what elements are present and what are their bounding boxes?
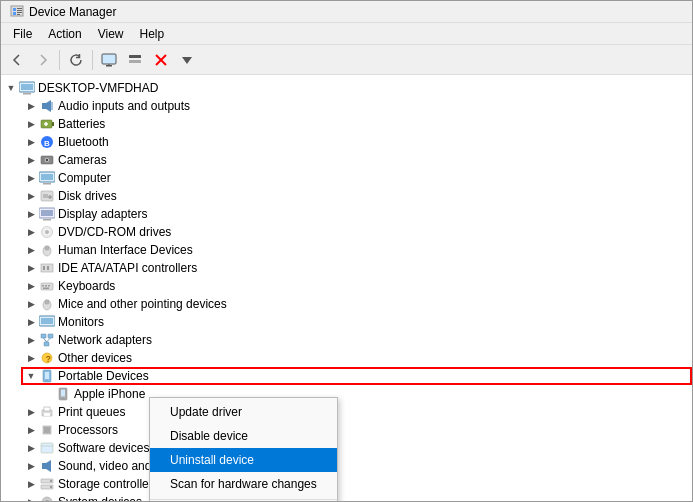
print-icon: [39, 404, 55, 420]
keyboards-icon: [39, 278, 55, 294]
toolbar-forward[interactable]: [31, 48, 55, 72]
iphone-icon: [55, 386, 71, 402]
ctx-uninstall-device[interactable]: Uninstall device: [150, 448, 337, 472]
tree-item-keyboards-label: Keyboards: [58, 279, 115, 293]
menu-action[interactable]: Action: [40, 25, 89, 43]
tree-root[interactable]: ▼ DESKTOP-VMFDHAD: [1, 79, 692, 97]
expand-print[interactable]: ▶: [23, 404, 39, 420]
expand-dvd[interactable]: ▶: [23, 224, 39, 240]
expand-system[interactable]: ▶: [23, 494, 39, 501]
expand-ide[interactable]: ▶: [23, 260, 39, 276]
svg-rect-72: [44, 407, 50, 411]
tree-item-hid[interactable]: ▶ Human Interface Devices: [21, 241, 692, 259]
expand-root[interactable]: ▼: [3, 80, 19, 96]
tree-item-software[interactable]: ▶ Software devices: [21, 439, 692, 457]
expand-cameras[interactable]: ▶: [23, 152, 39, 168]
expand-computer[interactable]: ▶: [23, 170, 39, 186]
software-icon: [39, 440, 55, 456]
svg-rect-69: [61, 390, 65, 397]
tree-item-system[interactable]: ▶ System devices: [21, 493, 692, 501]
svg-marker-14: [182, 57, 192, 64]
audio-icon: [39, 98, 55, 114]
other-icon: ?: [39, 350, 55, 366]
tree-item-cameras[interactable]: ▶ Cameras: [21, 151, 692, 169]
tree-item-sound[interactable]: ▶ Sound, video and...: [21, 457, 692, 475]
svg-rect-52: [43, 288, 49, 290]
tree-item-storage[interactable]: ▶ Storage controlle...: [21, 475, 692, 493]
ctx-disable-device[interactable]: Disable device: [150, 424, 337, 448]
svg-rect-18: [42, 103, 46, 109]
tree-item-computer[interactable]: ▶ Computer: [21, 169, 692, 187]
ctx-scan-hardware[interactable]: Scan for hardware changes: [150, 472, 337, 496]
tree-item-mice-label: Mice and other pointing devices: [58, 297, 227, 311]
expand-audio[interactable]: ▶: [23, 98, 39, 114]
bluetooth-icon: B: [39, 134, 55, 150]
computer-icon: [19, 80, 35, 96]
toolbar-back[interactable]: [5, 48, 29, 72]
svg-rect-22: [52, 122, 54, 126]
expand-monitors[interactable]: ▶: [23, 314, 39, 330]
tree-item-batteries[interactable]: ▶ Batteries: [21, 115, 692, 133]
tree-item-dvd-label: DVD/CD-ROM drives: [58, 225, 171, 239]
expand-display[interactable]: ▶: [23, 206, 39, 222]
expand-storage[interactable]: ▶: [23, 476, 39, 492]
svg-rect-10: [129, 55, 141, 58]
expand-hid[interactable]: ▶: [23, 242, 39, 258]
expand-software[interactable]: ▶: [23, 440, 39, 456]
svg-rect-57: [41, 318, 53, 324]
svg-rect-47: [47, 266, 49, 270]
tree-item-keyboards[interactable]: ▶ Keyboards: [21, 277, 692, 295]
svg-rect-38: [43, 219, 51, 221]
expand-bluetooth[interactable]: ▶: [23, 134, 39, 150]
tree-item-processors[interactable]: ▶ Processors: [21, 421, 692, 439]
tree-item-ide[interactable]: ▶ IDE ATA/ATAPI controllers: [21, 259, 692, 277]
tree-item-storage-label: Storage controlle...: [58, 477, 159, 491]
expand-sound[interactable]: ▶: [23, 458, 39, 474]
toolbar-refresh[interactable]: [64, 48, 88, 72]
tree-item-mice[interactable]: ▶ Mice and other pointing devices: [21, 295, 692, 313]
tree-item-hid-label: Human Interface Devices: [58, 243, 193, 257]
menu-file[interactable]: File: [5, 25, 40, 43]
tree-item-dvd[interactable]: ▶ DVD/CD-ROM drives: [21, 223, 692, 241]
expand-portable[interactable]: ▼: [23, 368, 39, 384]
svg-rect-3: [17, 8, 22, 9]
svg-point-83: [50, 486, 52, 488]
tree-item-disk[interactable]: ▶ Disk drives: [21, 187, 692, 205]
svg-rect-31: [41, 174, 53, 180]
toolbar: [1, 45, 692, 75]
expand-other[interactable]: ▶: [23, 350, 39, 366]
tree-item-display[interactable]: ▶ Display adapters: [21, 205, 692, 223]
svg-rect-34: [43, 194, 48, 198]
tree-item-other[interactable]: ▶ ? Other devices: [21, 349, 692, 367]
tree-item-portable-label: Portable Devices: [58, 369, 149, 383]
expand-network[interactable]: ▶: [23, 332, 39, 348]
svg-rect-37: [41, 210, 53, 216]
device-manager-window: Device Manager File Action View Help: [0, 0, 693, 502]
expand-disk[interactable]: ▶: [23, 188, 39, 204]
svg-point-41: [47, 232, 48, 233]
expand-keyboards[interactable]: ▶: [23, 278, 39, 294]
svg-point-82: [50, 480, 52, 482]
svg-rect-4: [17, 10, 22, 11]
system-icon: [39, 494, 55, 501]
tree-item-iphone[interactable]: ▶ Apple iPhone: [37, 385, 692, 403]
toolbar-remove[interactable]: [149, 48, 173, 72]
tree-item-monitors[interactable]: ▶ Monitors: [21, 313, 692, 331]
toolbar-down[interactable]: [175, 48, 199, 72]
expand-mice[interactable]: ▶: [23, 296, 39, 312]
ctx-update-driver[interactable]: Update driver: [150, 400, 337, 424]
tree-item-computer-label: Computer: [58, 171, 111, 185]
expand-batteries[interactable]: ▶: [23, 116, 39, 132]
svg-marker-19: [46, 100, 51, 112]
tree-item-print[interactable]: ▶ Print queues: [21, 403, 692, 421]
toolbar-monitor[interactable]: [97, 48, 121, 72]
tree-item-bluetooth[interactable]: ▶ B Bluetooth: [21, 133, 692, 151]
svg-point-67: [47, 380, 48, 381]
tree-item-portable[interactable]: ▼ Portable Devices: [21, 367, 692, 385]
toolbar-list[interactable]: [123, 48, 147, 72]
menu-help[interactable]: Help: [132, 25, 173, 43]
menu-view[interactable]: View: [90, 25, 132, 43]
expand-processors[interactable]: ▶: [23, 422, 39, 438]
tree-item-network[interactable]: ▶ Network adapters: [21, 331, 692, 349]
tree-item-audio[interactable]: ▶ Audio inputs and outputs: [21, 97, 692, 115]
